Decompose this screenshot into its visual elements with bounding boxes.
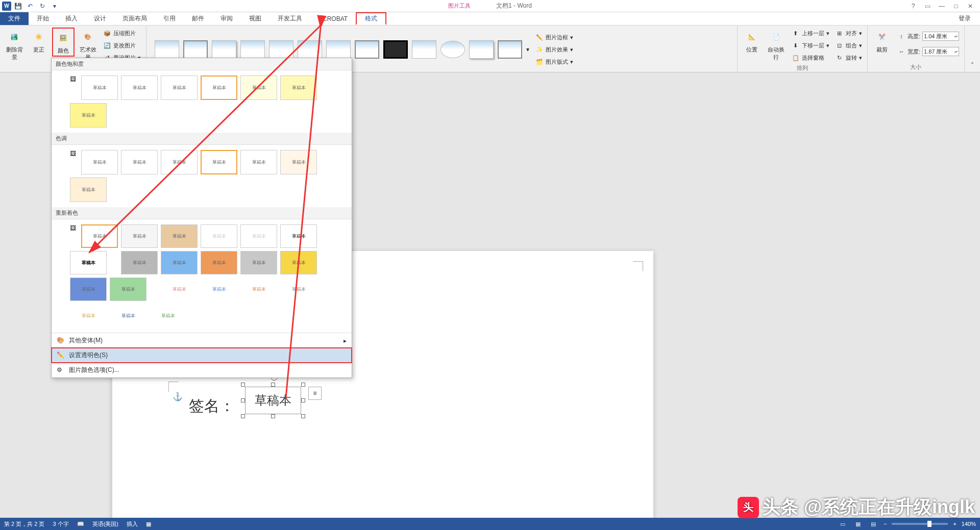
recolor-swatch[interactable]: 草稿本 [110, 304, 146, 327]
ribbon-options-icon[interactable]: ▭ [921, 1, 934, 11]
tab-mail[interactable]: 邮件 [184, 12, 212, 25]
undo-icon[interactable]: ↶ [24, 1, 36, 11]
zoom-level[interactable]: 140% [962, 521, 976, 527]
style-thumb[interactable] [183, 40, 208, 59]
saturation-swatch[interactable]: 草稿本 [161, 75, 198, 100]
resize-handle[interactable] [271, 383, 275, 387]
corrections-button[interactable]: ☀️ 更正 [28, 28, 50, 55]
save-icon[interactable]: 💾 [12, 1, 23, 11]
tone-swatch[interactable]: 草稿本 [201, 150, 237, 174]
help-icon[interactable]: ? [906, 1, 920, 11]
print-layout-icon[interactable]: ▦ [853, 519, 863, 528]
tab-view[interactable]: 视图 [241, 12, 270, 25]
recolor-swatch[interactable]: 草稿本 [70, 304, 107, 327]
insert-mode[interactable]: 插入 [127, 520, 138, 528]
signature-image[interactable]: 草稿本 [245, 387, 301, 414]
saturation-swatch[interactable]: 草稿本 [240, 75, 277, 100]
picture-border-button[interactable]: ✏️图片边框▾ [533, 32, 575, 43]
recolor-swatch[interactable]: 草稿本 [110, 277, 146, 301]
saturation-swatch[interactable]: 草稿本 [201, 75, 237, 100]
tab-references[interactable]: 引用 [155, 12, 184, 25]
resize-handle[interactable] [301, 414, 305, 418]
resize-handle[interactable] [301, 383, 305, 387]
recolor-swatch[interactable]: 草稿本 [70, 277, 107, 301]
language-indicator[interactable]: 英语(美国) [92, 520, 118, 528]
rotate-button[interactable]: ↻旋转▾ [834, 52, 864, 63]
style-thumb[interactable] [412, 40, 436, 59]
artistic-effects-button[interactable]: 🎨 艺术效果 [77, 28, 99, 62]
recolor-swatch[interactable]: 草稿本 [121, 251, 158, 274]
recolor-swatch[interactable]: 草稿本 [150, 304, 186, 327]
wrap-text-button[interactable]: 📄自动换行 [765, 28, 788, 62]
recolor-swatch[interactable]: 草稿本 [161, 224, 198, 248]
tab-home[interactable]: 开始 [29, 12, 57, 25]
tab-file[interactable]: 文件 [0, 12, 29, 25]
recolor-swatch[interactable]: 草稿本 [240, 251, 277, 274]
bring-forward-button[interactable]: ⬆上移一层▾ [790, 28, 831, 39]
tab-review[interactable]: 审阅 [212, 12, 241, 25]
recolor-swatch[interactable]: 草稿本 [201, 277, 237, 301]
recolor-swatch[interactable]: 草稿本 [240, 277, 277, 301]
style-thumb[interactable] [212, 40, 236, 59]
tab-acrobat[interactable]: ACROBAT [310, 12, 356, 25]
zoom-in-button[interactable]: + [953, 521, 956, 527]
style-thumb[interactable] [383, 40, 408, 59]
selection-pane-button[interactable]: 📋选择窗格 [790, 52, 831, 63]
recolor-swatch[interactable]: 草稿本 [121, 224, 158, 248]
style-thumb[interactable] [355, 40, 379, 59]
redo-icon[interactable]: ↻ [37, 1, 48, 11]
maximize-icon[interactable]: □ [949, 1, 963, 11]
style-thumb[interactable] [298, 40, 322, 59]
tone-swatch[interactable]: 草稿本 [280, 150, 317, 174]
more-variations-item[interactable]: 🎨 其他变体(M) ▸ [52, 333, 352, 348]
picture-layout-button[interactable]: 🗂️图片版式▾ [533, 56, 575, 67]
recolor-swatch[interactable]: 草稿本 [280, 251, 317, 274]
zoom-out-button[interactable]: − [884, 521, 887, 527]
tone-swatch[interactable]: 草稿本 [81, 150, 118, 174]
zoom-slider[interactable] [892, 523, 948, 525]
saturation-swatch[interactable]: 草稿本 [81, 75, 118, 100]
tab-insert[interactable]: 插入 [57, 12, 86, 25]
set-transparent-item[interactable]: ✏️ 设置透明色(S) [52, 348, 352, 363]
tone-swatch[interactable]: 草稿本 [161, 150, 198, 174]
style-thumb[interactable] [498, 40, 522, 59]
collapse-ribbon-button[interactable]: ˄ [965, 26, 980, 72]
tab-format[interactable]: 格式 [356, 12, 386, 25]
spinner-icon[interactable]: ▴▾ [954, 50, 958, 53]
resize-handle[interactable] [241, 414, 245, 418]
recolor-swatch[interactable]: 草稿本 [280, 277, 317, 301]
tone-swatch[interactable]: 草稿本 [240, 150, 277, 174]
recolor-swatch[interactable]: 草稿本 [240, 224, 277, 248]
tab-design[interactable]: 设计 [86, 12, 114, 25]
web-layout-icon[interactable]: ▤ [868, 519, 878, 528]
crop-button[interactable]: ✂️裁剪 [871, 28, 893, 55]
position-button[interactable]: 📐位置 [741, 28, 763, 55]
close-icon[interactable]: ✕ [964, 1, 977, 11]
group-button[interactable]: ⊡组合▾ [834, 40, 864, 51]
resize-handle[interactable] [241, 398, 245, 402]
height-input[interactable]: 1.04 厘米▴▾ [922, 32, 959, 41]
gallery-more-icon[interactable]: ▾ [526, 46, 529, 53]
compress-picture-button[interactable]: 📦压缩图片 [101, 28, 143, 39]
style-thumb[interactable] [155, 40, 179, 59]
send-backward-button[interactable]: ⬇下移一层▾ [790, 40, 831, 51]
recolor-swatch[interactable]: 草稿本 [161, 277, 198, 301]
tone-swatch[interactable]: 草稿本 [70, 178, 107, 202]
align-button[interactable]: ⊞对齐▾ [834, 28, 864, 39]
login-link[interactable]: 登录 [949, 12, 980, 25]
tab-layout[interactable]: 页面布局 [114, 12, 155, 25]
recolor-swatch[interactable]: 草稿本 [201, 251, 237, 274]
read-mode-icon[interactable]: ▭ [838, 519, 848, 528]
minimize-icon[interactable]: — [935, 1, 948, 11]
remove-background-button[interactable]: 🏞️ 删除背景 [3, 28, 26, 62]
picture-effects-button[interactable]: ✨图片效果▾ [533, 44, 575, 55]
style-thumb[interactable] [326, 40, 351, 59]
resize-handle[interactable] [241, 383, 245, 387]
recolor-swatch[interactable]: 草稿本 [280, 224, 317, 248]
word-count[interactable]: 3 个字 [53, 520, 68, 528]
width-input[interactable]: 1.87 厘米▴▾ [922, 47, 959, 56]
tab-dev[interactable]: 开发工具 [270, 12, 310, 25]
style-thumb[interactable] [440, 41, 465, 58]
tone-swatch[interactable]: 草稿本 [121, 150, 158, 174]
qat-more-icon[interactable]: ▾ [49, 1, 60, 11]
